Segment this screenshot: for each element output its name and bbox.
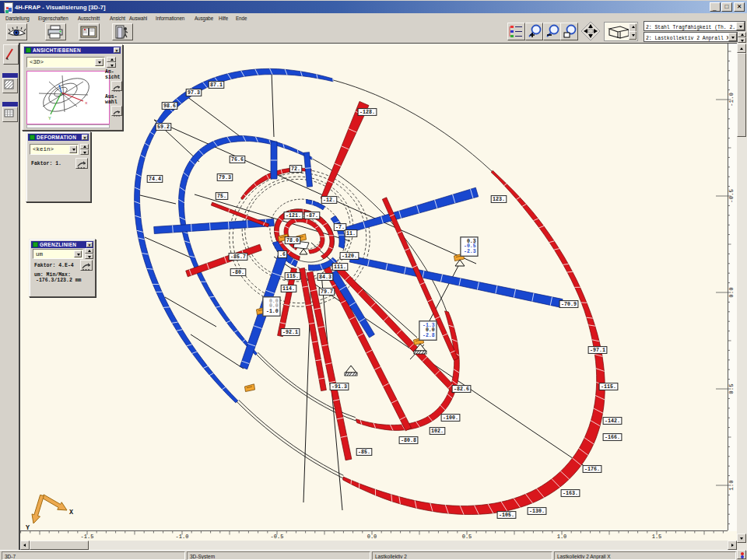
svg-text:1.0: 1.0 (557, 534, 567, 540)
svg-text:-142.: -142. (605, 418, 620, 424)
svg-text:102.: 102. (431, 429, 444, 434)
svg-text:72.: 72. (291, 166, 300, 172)
svg-text:79.3: 79.3 (219, 175, 231, 180)
svg-text:0.0: 0.0 (367, 534, 377, 540)
svg-text:114.: 114. (282, 286, 295, 292)
svg-text:-91.3: -91.3 (331, 384, 347, 390)
svg-text:111.: 111. (334, 264, 346, 270)
svg-text:1.5: 1.5 (652, 534, 662, 540)
svg-text:123.: 123. (493, 197, 505, 202)
svg-text:x: x (85, 100, 88, 106)
svg-text:-121.: -121. (286, 213, 301, 219)
svg-text:-70.9: -70.9 (561, 302, 577, 307)
svg-text:-100.: -100. (443, 415, 458, 421)
svg-text:0.5: 0.5 (728, 383, 735, 394)
svg-text:84.3: 84.3 (319, 275, 331, 280)
svg-text:-82.6: -82.6 (454, 387, 469, 392)
svg-text:-12.: -12. (323, 198, 335, 203)
svg-text:-87.: -87. (306, 213, 318, 219)
svg-text:98.6: 98.6 (163, 103, 176, 109)
svg-text:-166.: -166. (605, 435, 620, 440)
svg-text:-1.0: -1.0 (266, 309, 279, 314)
svg-text:59.2: 59.2 (157, 124, 170, 130)
svg-text:79.7: 79.7 (321, 289, 333, 295)
svg-text:76.6: 76.6 (231, 157, 244, 163)
svg-text:115.: 115. (286, 274, 299, 279)
svg-text:Y: Y (48, 116, 51, 121)
svg-text:X: X (69, 509, 74, 516)
svg-text:-80.: -80. (232, 270, 244, 275)
svg-text:-85.7: -85.7 (230, 254, 246, 260)
svg-text:-105.: -105. (499, 513, 514, 518)
svg-text:-115.: -115. (601, 384, 616, 390)
svg-text:-128.: -128. (359, 110, 375, 115)
svg-text:-0.5: -0.5 (728, 189, 735, 204)
svg-text:-85.: -85. (358, 450, 370, 455)
svg-text:-120.: -120. (342, 254, 357, 259)
svg-text:0.5: 0.5 (462, 534, 472, 540)
svg-text:-1.5: -1.5 (81, 534, 94, 540)
svg-text:.6: .6 (279, 252, 286, 257)
svg-text:11.: 11. (346, 231, 356, 236)
svg-text:-92.1: -92.1 (282, 330, 298, 335)
svg-text:-1.0: -1.0 (176, 534, 189, 540)
svg-text:78.0: 78.0 (286, 238, 299, 243)
svg-text:87.1: 87.1 (210, 82, 223, 88)
svg-text:-97.1: -97.1 (590, 348, 605, 353)
svg-text:-0.5: -0.5 (271, 534, 284, 540)
svg-text:-2.8: -2.8 (423, 333, 435, 338)
svg-text:-176.: -176. (584, 467, 600, 472)
svg-text:1.0: 1.0 (728, 480, 735, 491)
svg-text:-1.0: -1.0 (728, 93, 735, 107)
svg-text:-7.: -7. (335, 225, 345, 230)
svg-text:-163.: -163. (563, 491, 578, 496)
svg-text:-2.3: -2.3 (464, 249, 476, 254)
svg-text:-80.8: -80.8 (401, 438, 416, 443)
svg-text:74.4: 74.4 (149, 177, 161, 182)
svg-text:75.: 75. (217, 194, 226, 199)
svg-text:-130.: -130. (529, 509, 545, 514)
svg-text:0.0: 0.0 (728, 287, 735, 298)
svg-text:97.3: 97.3 (188, 90, 200, 96)
